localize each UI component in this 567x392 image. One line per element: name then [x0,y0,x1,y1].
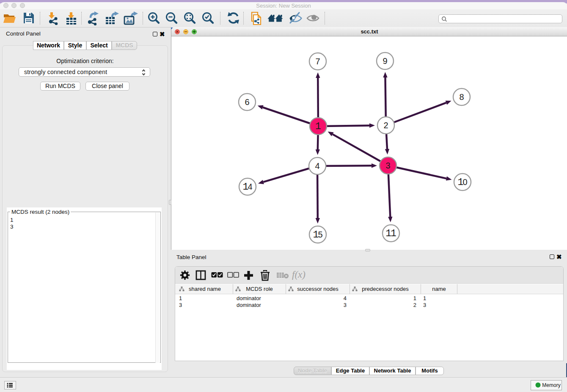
svg-text:4: 4 [315,161,319,171]
svg-text:9: 9 [383,56,387,66]
svg-text:2: 2 [383,121,388,130]
svg-text:6: 6 [245,97,249,107]
svg-text:8: 8 [459,92,464,102]
svg-text:11: 11 [385,228,396,239]
svg-text:7: 7 [315,57,320,66]
svg-text:3: 3 [385,161,390,170]
svg-text:10: 10 [457,177,467,188]
svg-text:15: 15 [313,229,322,240]
svg-text:14: 14 [242,182,252,193]
svg-text:1: 1 [315,121,321,132]
